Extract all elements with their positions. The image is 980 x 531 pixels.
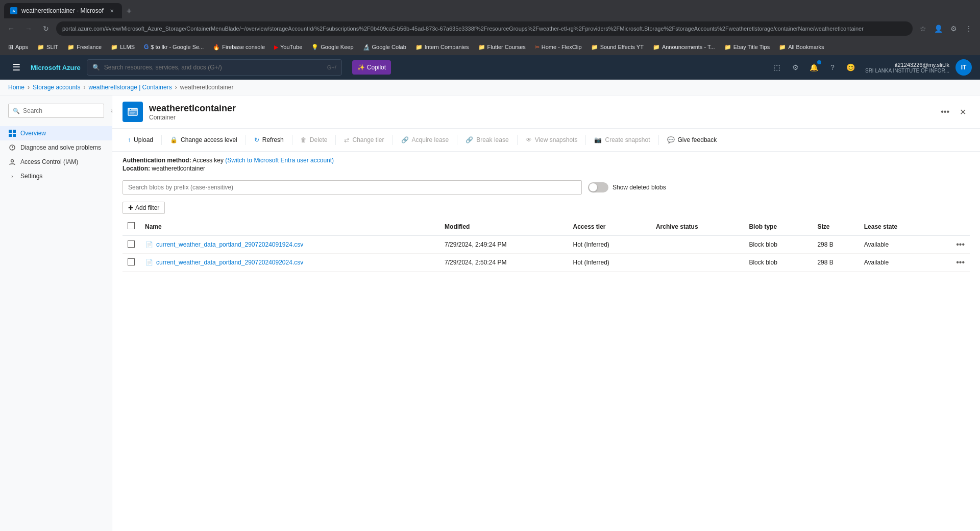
folder-icon-llms: 📁 bbox=[111, 44, 118, 51]
feedback-icon: 💬 bbox=[667, 136, 675, 143]
apps-icon: ⊞ bbox=[8, 43, 13, 51]
toolbar: ↑ Upload 🔒 Change access level ↻ Refresh bbox=[112, 129, 980, 152]
azure-search-container[interactable]: 🔍 G+/ bbox=[87, 59, 342, 76]
file-link-1[interactable]: current_weather_data_portland_2907202409… bbox=[156, 259, 303, 266]
bookmark-colab[interactable]: 🔬 Google Colab bbox=[359, 42, 410, 53]
add-filter-button[interactable]: ✚ Add filter bbox=[122, 202, 165, 214]
bookmark-ebay[interactable]: 📁 Ebay Title Tips bbox=[720, 42, 774, 53]
col-header-name[interactable]: Name bbox=[140, 218, 439, 235]
sidebar-item-overview[interactable]: Overview bbox=[0, 126, 112, 140]
all-bookmarks-button[interactable]: 📁 All Bookmarks bbox=[775, 42, 828, 53]
bookmark-firebase-label: Firebase console bbox=[222, 44, 265, 50]
row-more-cell-0[interactable]: ••• bbox=[937, 235, 970, 254]
resource-icon bbox=[122, 102, 143, 122]
bookmarks-icon[interactable]: ☆ bbox=[916, 21, 930, 36]
browser-nav-icons: ☆ 👤 ⚙ ⋮ bbox=[916, 21, 976, 36]
new-tab-button[interactable]: + bbox=[122, 4, 136, 18]
bookmark-slit[interactable]: 📁 SLIT bbox=[33, 42, 62, 53]
create-snapshot-button[interactable]: 📷 Create snapshot bbox=[589, 133, 655, 147]
break-lease-icon: 🔗 bbox=[465, 136, 473, 143]
select-all-checkbox[interactable] bbox=[128, 222, 135, 229]
row-more-button-0[interactable]: ••• bbox=[956, 240, 965, 249]
switch-account-text: Switch to Microsoft Entra user account bbox=[227, 157, 332, 164]
col-header-size[interactable]: Size bbox=[812, 218, 859, 235]
blob-search-input[interactable] bbox=[128, 184, 576, 191]
bookmark-firebase[interactable]: 🔥 Firebase console bbox=[209, 42, 269, 53]
azure-logo: Microsoft Azure bbox=[31, 64, 81, 71]
cloud-shell-icon[interactable]: ⬚ bbox=[769, 59, 786, 76]
breadcrumb-storage[interactable]: weatheretlstorage | Containers bbox=[88, 84, 172, 91]
bookmark-freelance[interactable]: 📁 Freelance bbox=[63, 42, 106, 53]
address-bar[interactable]: portal.azure.com/#view/Microsoft_Azure_S… bbox=[56, 21, 913, 36]
feedback-icon[interactable]: 😊 bbox=[843, 59, 859, 76]
break-lease-button[interactable]: 🔗 Break lease bbox=[460, 133, 513, 147]
sidebar-search[interactable]: 🔍 bbox=[8, 104, 104, 118]
forward-button[interactable]: → bbox=[21, 21, 36, 36]
row-checkbox-cell-1[interactable] bbox=[122, 254, 140, 272]
copilot-label: Copilot bbox=[367, 64, 386, 71]
row-more-cell-1[interactable]: ••• bbox=[937, 254, 970, 272]
give-feedback-button[interactable]: 💬 Give feedback bbox=[662, 133, 722, 147]
profile-icon[interactable]: 👤 bbox=[931, 21, 945, 36]
hamburger-menu[interactable]: ☰ bbox=[8, 59, 24, 76]
refresh-button[interactable]: ↻ bbox=[39, 21, 53, 36]
col-header-blob-type[interactable]: Blob type bbox=[744, 218, 812, 235]
col-header-modified[interactable]: Modified bbox=[439, 218, 568, 235]
content-area: 🔍 ↻ « Overview bbox=[0, 95, 980, 531]
col-header-lease-state[interactable]: Lease state bbox=[859, 218, 937, 235]
row-more-button-1[interactable]: ••• bbox=[956, 258, 965, 267]
toolbar-refresh-button[interactable]: ↻ Refresh bbox=[249, 133, 289, 147]
view-snapshots-button[interactable]: 👁 View snapshots bbox=[521, 133, 583, 147]
switch-account-link[interactable]: (Switch to Microsoft Entra user account) bbox=[225, 157, 334, 164]
bookmark-keep[interactable]: 💡 Google Keep bbox=[307, 42, 357, 53]
bookmark-apps[interactable]: ⊞ Microsoft Azure Apps bbox=[4, 41, 32, 53]
bookmark-youtube[interactable]: ▶ YouTube bbox=[270, 42, 306, 53]
extensions-icon[interactable]: ⚙ bbox=[946, 21, 961, 36]
col-header-access-tier[interactable]: Access tier bbox=[568, 218, 650, 235]
blob-search-container[interactable] bbox=[122, 180, 582, 195]
bookmark-intern[interactable]: 📁 Intern Companies bbox=[411, 42, 473, 53]
show-deleted-toggle[interactable] bbox=[588, 182, 608, 192]
select-all-header[interactable] bbox=[122, 218, 140, 235]
delete-button[interactable]: 🗑 Delete bbox=[296, 133, 333, 147]
back-button[interactable]: ← bbox=[4, 21, 18, 36]
active-tab[interactable]: A weatheretlcontainer - Microsof ✕ bbox=[4, 3, 122, 18]
change-access-button[interactable]: 🔒 Change access level bbox=[165, 133, 242, 147]
auth-method-line: Authentication method: Access key (Switc… bbox=[122, 157, 970, 164]
col-header-archive-status[interactable]: Archive status bbox=[651, 218, 744, 235]
bookmark-announcements[interactable]: 📁 Announcements - T... bbox=[649, 42, 719, 53]
sidebar-item-settings[interactable]: › Settings bbox=[0, 169, 112, 183]
upload-button[interactable]: ↑ Upload bbox=[122, 133, 158, 147]
bookmark-llms[interactable]: 📁 LLMS bbox=[107, 42, 139, 53]
bookmark-sound[interactable]: 📁 Sound Effects YT bbox=[587, 42, 648, 53]
settings-icon[interactable]: ⚙ bbox=[788, 59, 804, 76]
acquire-lease-button[interactable]: 🔗 Acquire lease bbox=[396, 133, 454, 147]
user-avatar[interactable]: IT bbox=[955, 59, 972, 76]
row-checkbox-0[interactable] bbox=[128, 240, 135, 248]
resource-ellipsis-button[interactable]: ••• bbox=[941, 107, 949, 116]
sidebar-item-iam[interactable]: Access Control (IAM) bbox=[0, 155, 112, 169]
breadcrumb-home[interactable]: Home bbox=[8, 84, 24, 91]
svg-point-5 bbox=[11, 160, 14, 162]
sidebar-item-diagnose[interactable]: Diagnose and solve problems bbox=[0, 140, 112, 155]
help-icon[interactable]: ? bbox=[824, 59, 841, 76]
resource-header: weatheretlcontainer Container ••• ✕ bbox=[112, 95, 980, 129]
menu-icon[interactable]: ⋮ bbox=[962, 21, 976, 36]
azure-search-input[interactable] bbox=[104, 64, 323, 71]
file-link-0[interactable]: current_weather_data_portland_2907202409… bbox=[156, 241, 303, 248]
row-checkbox-1[interactable] bbox=[128, 258, 135, 266]
change-tier-button[interactable]: ⇄ Change tier bbox=[339, 133, 389, 147]
bookmark-google-se[interactable]: G $ to lkr - Google Se... bbox=[140, 41, 208, 53]
bookmark-flexclip[interactable]: ✂ Home - FlexClip bbox=[531, 42, 586, 53]
tab-close-button[interactable]: ✕ bbox=[108, 7, 116, 15]
sidebar-search-input[interactable] bbox=[23, 107, 100, 114]
copilot-button[interactable]: ✨ Copilot bbox=[352, 60, 391, 75]
resource-close-button[interactable]: ✕ bbox=[955, 105, 970, 119]
breadcrumb-storage-accounts[interactable]: Storage accounts bbox=[33, 84, 80, 91]
bookmark-flutter[interactable]: 📁 Flutter Courses bbox=[474, 42, 530, 53]
toolbar-sep-7 bbox=[517, 135, 518, 145]
toolbar-sep-9 bbox=[658, 135, 659, 145]
notifications-icon[interactable]: 🔔 bbox=[806, 59, 822, 76]
row-checkbox-cell-0[interactable] bbox=[122, 235, 140, 254]
table-row: 📄 current_weather_data_portland_29072024… bbox=[122, 254, 970, 272]
